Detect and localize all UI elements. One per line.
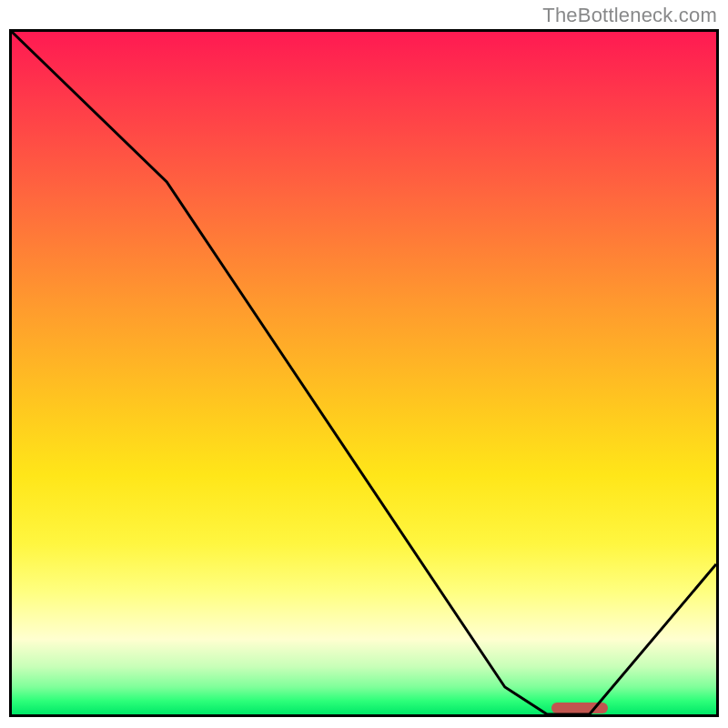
bottleneck-curve [12,32,716,714]
curve-path [12,32,716,714]
chart-frame: TheBottleneck.com [0,0,728,728]
watermark-text: TheBottleneck.com [542,4,717,27]
plot-area [9,29,719,717]
